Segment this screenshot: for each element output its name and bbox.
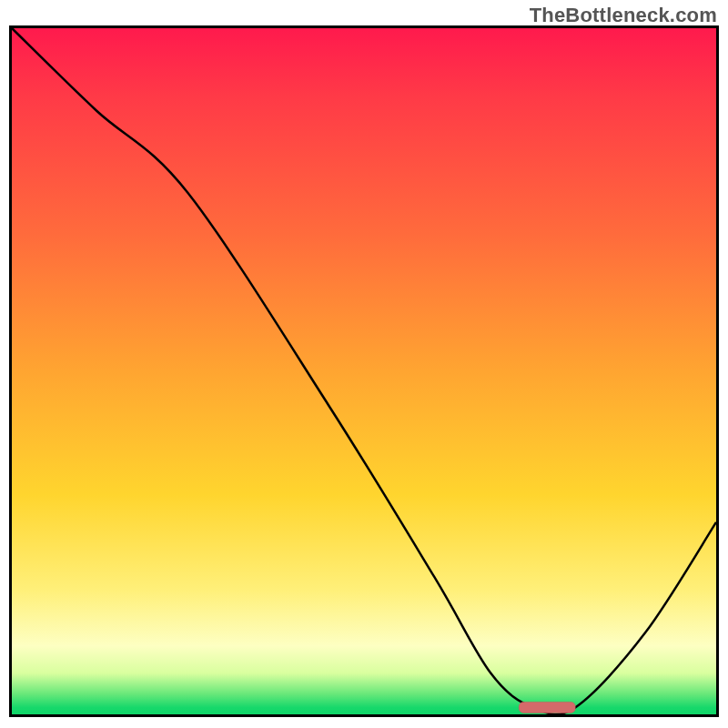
optimal-marker — [519, 702, 575, 713]
watermark-text: TheBottleneck.com — [530, 4, 717, 27]
curve-overlay — [12, 28, 716, 714]
chart-container: TheBottleneck.com — [0, 0, 728, 728]
bottleneck-curve — [12, 28, 716, 714]
plot-frame — [9, 25, 719, 717]
